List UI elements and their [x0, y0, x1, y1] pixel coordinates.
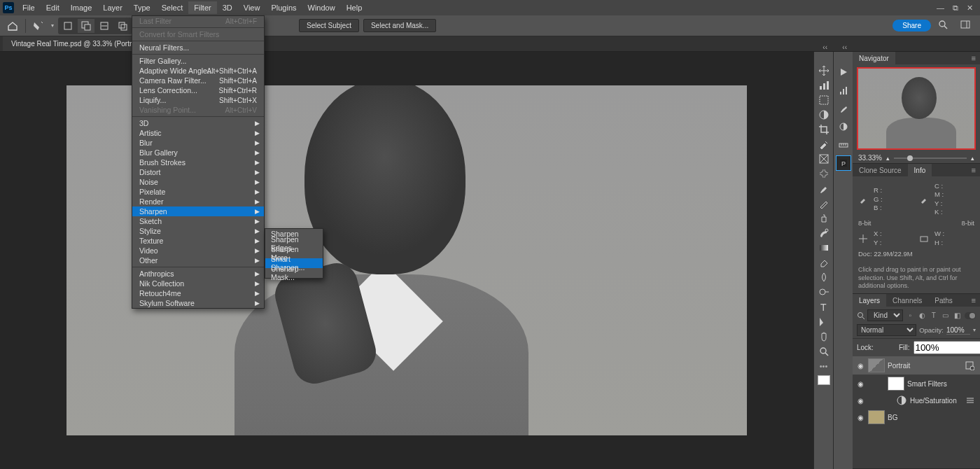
marquee-tool-icon[interactable]: [816, 94, 832, 106]
menu-plugins[interactable]: Plugins: [265, 1, 302, 14]
collapse-icon[interactable]: ‹‹: [822, 43, 827, 51]
filter-item-camera-raw-filter-[interactable]: Camera Raw Filter...Shift+Ctrl+A: [132, 76, 264, 85]
zoom-out-icon[interactable]: ▴: [886, 155, 890, 162]
healing-tool-icon[interactable]: [816, 168, 832, 180]
filter-item-pixelate[interactable]: Pixelate▶: [132, 187, 264, 197]
layer-visibility-icon[interactable]: ◉: [855, 414, 865, 421]
frame-tool-icon[interactable]: [816, 153, 832, 165]
type-tool-icon[interactable]: T: [816, 301, 832, 313]
info-tab[interactable]: Info: [908, 164, 932, 176]
pencil-tool-icon[interactable]: [816, 197, 832, 209]
menu-image[interactable]: Image: [65, 1, 98, 14]
menu-type[interactable]: Type: [128, 1, 156, 14]
filter-item-artistic[interactable]: Artistic▶: [132, 128, 264, 138]
filter-type-icon[interactable]: T: [929, 311, 938, 321]
more-tools-icon[interactable]: •••: [816, 360, 832, 372]
filter-toggle[interactable]: [965, 312, 976, 319]
eraser-tool-icon[interactable]: [816, 257, 832, 269]
canvas-area[interactable]: [0, 52, 813, 469]
menu-file[interactable]: File: [17, 1, 41, 14]
hand-tool-icon[interactable]: [816, 330, 832, 342]
menu-view[interactable]: View: [238, 1, 266, 14]
panel-menu-icon[interactable]: ≡: [972, 166, 980, 174]
filter-item-skylum-software[interactable]: Skylum Software▶: [132, 298, 264, 308]
filter-item-stylize[interactable]: Stylize▶: [132, 226, 264, 236]
filter-shape-icon[interactable]: ▭: [941, 311, 950, 321]
subtract-selection-button[interactable]: [78, 19, 94, 33]
filter-item-retouch4me[interactable]: Retouch4me▶: [132, 288, 264, 298]
filter-item-brush-strokes[interactable]: Brush Strokes▶: [132, 158, 264, 167]
select-and-mask-button[interactable]: Select and Mask...: [363, 19, 436, 32]
overlap-selection-button[interactable]: [114, 19, 131, 33]
filter-item-3d[interactable]: 3D▶: [132, 118, 264, 128]
restore-button[interactable]: ⧉: [953, 4, 958, 13]
select-subject-button[interactable]: Select Subject: [299, 19, 359, 32]
filter-item-sharpen[interactable]: Sharpen▶: [132, 206, 264, 216]
navigator-preview[interactable]: [857, 67, 976, 150]
navigator-tab[interactable]: Navigator: [853, 52, 895, 64]
menu-filter[interactable]: Filter: [188, 1, 216, 14]
home-button[interactable]: [4, 19, 21, 33]
minimize-button[interactable]: —: [937, 4, 944, 13]
properties-panel-icon[interactable]: P: [836, 155, 851, 171]
brush-tool-icon[interactable]: [816, 183, 832, 195]
filter-item-lens-correction-[interactable]: Lens Correction...Shift+Ctrl+R: [132, 85, 264, 95]
filter-item-noise[interactable]: Noise▶: [132, 177, 264, 187]
filter-adj-icon[interactable]: ◐: [918, 311, 927, 321]
menu-help[interactable]: Help: [341, 1, 368, 14]
path-tool-icon[interactable]: [816, 316, 832, 328]
brushes-panel-icon[interactable]: [836, 101, 851, 116]
close-button[interactable]: ✕: [967, 4, 973, 13]
menu-edit[interactable]: Edit: [41, 1, 65, 14]
panel-menu-icon[interactable]: ≡: [972, 54, 980, 62]
navigator-zoom-slider[interactable]: 33.33% ▴ ▴: [853, 153, 980, 163]
foreground-color-swatch[interactable]: [818, 375, 830, 385]
filter-item-liquify-[interactable]: Liquify...Shift+Ctrl+X: [132, 95, 264, 105]
filter-item-sketch[interactable]: Sketch▶: [132, 216, 264, 226]
filter-item-video[interactable]: Video▶: [132, 246, 264, 255]
add-selection-button[interactable]: [59, 19, 76, 33]
filter-item-distort[interactable]: Distort▶: [132, 167, 264, 177]
filter-so-icon[interactable]: ◧: [953, 311, 962, 321]
clone-tool-icon[interactable]: [816, 212, 832, 224]
clone-source-tab[interactable]: Clone Source: [853, 164, 908, 176]
tool-preset-button[interactable]: [30, 19, 47, 33]
layer-row[interactable]: ◉Smart Filters: [853, 374, 980, 393]
histogram-icon[interactable]: [816, 79, 832, 91]
adjustments-panel-icon[interactable]: [836, 119, 851, 134]
filter-item-nik-collection[interactable]: Nik Collection▶: [132, 279, 264, 288]
filter-item-filter-gallery-[interactable]: Filter Gallery...: [132, 56, 264, 66]
filter-item-blur-gallery[interactable]: Blur Gallery▶: [132, 148, 264, 158]
filter-item-blur[interactable]: Blur▶: [132, 138, 264, 148]
menu-select[interactable]: Select: [156, 1, 189, 14]
zoom-tool-icon[interactable]: [816, 345, 832, 357]
crop-tool-icon[interactable]: [816, 124, 832, 136]
search-icon[interactable]: [857, 312, 864, 320]
paths-tab[interactable]: Paths: [928, 294, 959, 307]
filter-item-adaptive-wide-angle-[interactable]: Adaptive Wide Angle...Alt+Shift+Ctrl+A: [132, 66, 264, 76]
panel-menu-icon[interactable]: ≡: [972, 296, 980, 304]
mixer-icon[interactable]: [836, 83, 851, 98]
filter-item-neural-filters-[interactable]: Neural Filters...: [132, 43, 264, 52]
filter-item-render[interactable]: Render▶: [132, 197, 264, 206]
filter-item-texture[interactable]: Texture▶: [132, 236, 264, 246]
layer-visibility-icon[interactable]: ◉: [855, 397, 865, 405]
layer-visibility-icon[interactable]: ◉: [855, 380, 865, 388]
gradient-tool-icon[interactable]: [816, 242, 832, 254]
blend-mode-select[interactable]: Normal: [857, 324, 916, 336]
channels-tab[interactable]: Channels: [886, 294, 928, 307]
blur-tool-icon[interactable]: [816, 272, 832, 284]
filter-item-other[interactable]: Other▶: [132, 255, 264, 265]
layer-visibility-icon[interactable]: ◉: [855, 362, 865, 370]
filter-item-anthropics[interactable]: Anthropics▶: [132, 269, 264, 279]
workspace-icon[interactable]: [960, 20, 973, 32]
zoom-in-icon[interactable]: ▴: [971, 155, 974, 162]
intersect-selection-button[interactable]: [96, 19, 113, 33]
history-brush-icon[interactable]: [816, 227, 832, 239]
dodge-tool-icon[interactable]: [816, 286, 832, 298]
ruler-panel-icon[interactable]: [836, 137, 851, 153]
move-tool-icon[interactable]: [816, 64, 832, 76]
menu-layer[interactable]: Layer: [97, 1, 128, 14]
layer-row[interactable]: ◉BG: [853, 408, 980, 426]
layer-row[interactable]: ◉Hue/Saturation: [853, 393, 980, 408]
